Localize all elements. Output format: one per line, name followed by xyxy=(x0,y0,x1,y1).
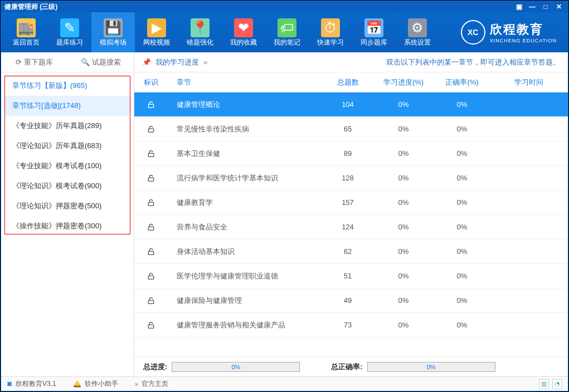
sidebar-item[interactable]: 《专业技能》模考试卷(100) xyxy=(4,156,130,176)
svg-rect-5 xyxy=(148,227,153,230)
hint-text: 双击以下列表中的某一章节，即可进入相应章节答题。 xyxy=(386,57,560,67)
table-body: 健康管理概论1040%0%常见慢性非传染性疾病650%0%基本卫生保健890%0… xyxy=(134,92,568,356)
table-row[interactable]: 流行病学和医学统计学基本知识1280%0% xyxy=(134,166,568,190)
sync-icon: 📅 xyxy=(364,18,384,38)
minimize-button[interactable]: — xyxy=(527,3,538,11)
toolbar-note-button[interactable]: 🏷我的笔记 xyxy=(265,12,309,52)
sidebar: ⟳ 重下题库 🔍 试题搜索 章节练习【新版】(965)章节练习[选做](1748… xyxy=(1,52,134,376)
table-row[interactable]: 营养与食品安全1240%0% xyxy=(134,215,568,239)
chapter-name: 健康教育学 xyxy=(168,198,323,208)
svg-rect-8 xyxy=(148,300,153,303)
total-count: 49 xyxy=(323,296,373,305)
pin-icon: 📌 xyxy=(142,58,151,66)
accuracy-value: 0% xyxy=(434,100,490,109)
progress-value: 0% xyxy=(373,198,434,207)
maximize-button[interactable]: □ xyxy=(540,3,551,11)
toolbar-sync-button[interactable]: 📅同步题库 xyxy=(352,12,396,52)
table-row[interactable]: 基本卫生保健890%0% xyxy=(134,141,568,166)
toolbar-exam-button[interactable]: 💾模拟考场 xyxy=(91,12,135,52)
lock-icon xyxy=(134,174,168,183)
restore-button[interactable]: ▣ xyxy=(513,3,524,11)
window-title: 健康管理师 (三级) xyxy=(4,2,57,12)
toolbar-home-button[interactable]: 🏬返回首页 xyxy=(4,12,48,52)
sidebar-item[interactable]: 《理论知识》历年真题(683) xyxy=(4,136,130,156)
brand-mark: XC xyxy=(461,20,485,45)
app-version[interactable]: ✖ 欣程教育V3.1 xyxy=(7,379,56,389)
toolbar-wrong-button[interactable]: 📍错题强化 xyxy=(178,12,222,52)
sidebar-item[interactable]: 《操作技能》押题密卷(300) xyxy=(4,216,130,236)
sidebar-item[interactable]: 《理论知识》模考试卷(900) xyxy=(4,176,130,196)
accuracy-value: 0% xyxy=(434,125,490,133)
chapter-name: 流行病学和医学统计学基本知识 xyxy=(168,173,323,183)
sidebar-item[interactable]: 章节练习【新版】(965) xyxy=(4,76,130,96)
status-bar: ✖ 欣程教育V3.1 🛎️ 软件小助手 » 官方主页 ▥ ◔ xyxy=(1,376,568,391)
sidebar-item[interactable]: 《理论知识》押题密卷(500) xyxy=(4,196,130,216)
svg-rect-0 xyxy=(148,104,153,107)
total-count: 65 xyxy=(323,125,373,133)
table-row[interactable]: 健康保险与健康管理490%0% xyxy=(134,288,568,313)
settings-icon: ⚙ xyxy=(407,18,427,38)
table-row[interactable]: 健康管理服务营销与相关健康产品730%0% xyxy=(134,313,568,337)
col-flag: 标识 xyxy=(134,77,168,87)
search-label: 试题搜索 xyxy=(92,57,121,67)
helper-icon: 🛎️ xyxy=(73,380,81,388)
refresh-label: 重下题库 xyxy=(24,57,53,67)
chevron-right-icon[interactable]: » xyxy=(203,58,207,66)
helper-button[interactable]: 🛎️ 软件小助手 xyxy=(73,379,118,389)
search-questions-button[interactable]: 🔍 试题搜索 xyxy=(67,57,134,67)
table-row[interactable]: 健康管理概论1040%0% xyxy=(134,92,568,117)
official-home-button[interactable]: » 官方主页 xyxy=(135,379,169,389)
sidebar-item[interactable]: 《专业技能》历年真题(289) xyxy=(4,116,130,136)
home-icon: 🏬 xyxy=(16,18,36,38)
lock-icon xyxy=(134,100,168,109)
accuracy-value: 0% xyxy=(434,247,490,256)
sidebar-item[interactable]: 章节练习[选做](1748) xyxy=(4,96,130,116)
chart-icon[interactable]: ◔ xyxy=(552,379,562,389)
progress-value: 0% xyxy=(373,321,434,329)
refresh-library-button[interactable]: ⟳ 重下题库 xyxy=(1,57,67,67)
lock-icon xyxy=(134,272,168,281)
total-count: 104 xyxy=(323,100,373,109)
chapter-name: 医学伦理学与健康管理职业道德 xyxy=(168,271,323,281)
chapter-name: 健康保险与健康管理 xyxy=(168,296,323,306)
stats-icon[interactable]: ▥ xyxy=(539,379,549,389)
progress-value: 0% xyxy=(373,100,434,109)
search-icon: 🔍 xyxy=(81,58,90,66)
wrong-icon: 📍 xyxy=(190,18,210,38)
progress-value: 0% xyxy=(373,223,434,231)
table-row[interactable]: 医学伦理学与健康管理职业道德510%0% xyxy=(134,264,568,288)
svg-rect-3 xyxy=(148,178,153,181)
table-row[interactable]: 常见慢性非传染性疾病650%0% xyxy=(134,117,568,141)
table-row[interactable]: 身体活动基本知识620%0% xyxy=(134,239,568,264)
toolbar-library-button[interactable]: ✎题库练习 xyxy=(48,12,91,52)
toolbar-video-button[interactable]: ▶网校视频 xyxy=(135,12,178,52)
total-accuracy-label: 总正确率: xyxy=(331,362,362,372)
note-icon: 🏷 xyxy=(277,18,297,38)
svg-rect-7 xyxy=(148,276,153,279)
main-header: 📌 我的学习进度 » 双击以下列表中的某一章节，即可进入相应章节答题。 xyxy=(134,52,568,72)
close-button[interactable]: ✕ xyxy=(553,3,565,11)
toolbar-favorite-button[interactable]: ❤我的收藏 xyxy=(222,12,265,52)
lock-icon xyxy=(134,296,168,305)
total-count: 128 xyxy=(323,174,373,182)
lock-icon xyxy=(134,247,168,256)
progress-value: 0% xyxy=(373,125,434,133)
progress-value: 0% xyxy=(373,149,434,158)
svg-rect-2 xyxy=(148,153,153,156)
total-count: 157 xyxy=(323,198,373,207)
refresh-icon: ⟳ xyxy=(16,58,22,66)
brand-logo: XC欣程教育XINCHENG EDUCATION xyxy=(461,20,565,45)
total-count: 124 xyxy=(323,223,373,231)
table-row[interactable]: 健康教育学1570%0% xyxy=(134,190,568,215)
exam-icon: 💾 xyxy=(103,18,123,38)
accuracy-value: 0% xyxy=(434,223,490,231)
toolbar-settings-button[interactable]: ⚙系统设置 xyxy=(396,12,439,52)
video-icon: ▶ xyxy=(147,18,167,38)
svg-rect-4 xyxy=(148,202,153,205)
accuracy-value: 0% xyxy=(434,174,490,182)
progress-value: 0% xyxy=(373,272,434,280)
toolbar-fast-button[interactable]: ⏱快速学习 xyxy=(309,12,352,52)
lock-icon xyxy=(134,198,168,207)
accuracy-value: 0% xyxy=(434,272,490,280)
svg-rect-9 xyxy=(148,325,153,328)
